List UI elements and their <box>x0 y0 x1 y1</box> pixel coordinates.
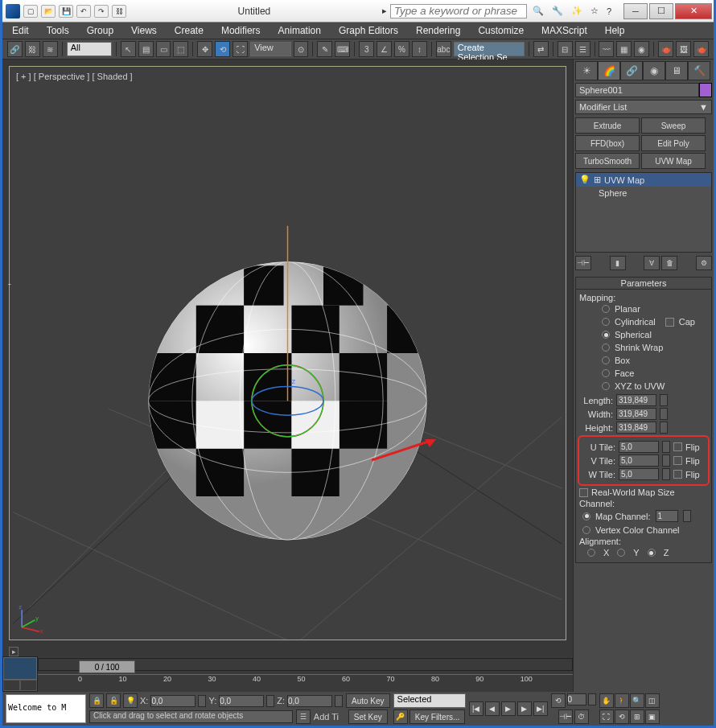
mod-btn-ffdbox[interactable]: FFD(box) <box>575 135 640 151</box>
link-icon[interactable]: ⛓ <box>112 5 126 18</box>
walk-icon[interactable]: 🚶 <box>615 693 629 708</box>
pivot-icon[interactable]: ⊙ <box>294 41 309 57</box>
mapping-xyztouvw[interactable]: XYZ to UVW <box>579 380 708 393</box>
height-input[interactable] <box>616 422 656 434</box>
viewport[interactable]: [ + ] [ Perspective ] [ Shaded ] <box>9 66 566 640</box>
length-spinner[interactable] <box>660 394 668 406</box>
vflip-checkbox[interactable] <box>673 456 682 465</box>
mapping-box[interactable]: Box <box>579 354 708 367</box>
mod-btn-uvwmap[interactable]: UVW Map <box>641 153 706 169</box>
key-target-select[interactable]: Selected <box>393 693 466 708</box>
save-file-icon[interactable]: 💾 <box>59 5 73 18</box>
move-icon[interactable]: ✥ <box>197 41 212 57</box>
timeline-ruler[interactable]: 0102030405060708090100 <box>38 674 573 687</box>
bind-tool-icon[interactable]: ≋ <box>43 41 58 57</box>
axis-y-radio[interactable] <box>617 549 625 557</box>
mirror-icon[interactable]: ⇄ <box>533 41 549 57</box>
uflip-checkbox[interactable] <box>673 442 682 451</box>
selection-filter[interactable]: All <box>67 42 112 56</box>
add-time-tag[interactable]: Add Ti <box>314 712 339 722</box>
pan-icon[interactable]: ✋ <box>599 693 614 708</box>
maximize-button[interactable]: ☐ <box>649 3 673 19</box>
vertex-color-radio[interactable]: Vertex Color Channel <box>579 524 708 537</box>
vtile-spinner[interactable] <box>662 454 670 467</box>
show-end-result-icon[interactable]: ▮ <box>610 256 626 270</box>
configure-sets-icon[interactable]: ⚙ <box>696 256 712 270</box>
rotate-icon[interactable]: ⟲ <box>215 41 230 57</box>
mod-btn-editpoly[interactable]: Edit Poly <box>641 135 706 151</box>
keyboard-icon[interactable]: ⌨ <box>335 41 350 57</box>
edit-named-sel-icon[interactable]: abc <box>436 41 451 57</box>
menu-rendering[interactable]: Rendering <box>416 25 460 36</box>
help-icon[interactable]: ? <box>607 6 611 16</box>
keyfilters-button[interactable]: Key Filters... <box>409 709 466 724</box>
map-channel-input[interactable] <box>656 510 678 522</box>
render-icon[interactable]: 🫖 <box>693 41 709 57</box>
autokey-button[interactable]: Auto Key <box>346 693 390 708</box>
lock-icon[interactable]: 🔒 <box>89 693 104 708</box>
unlink-tool-icon[interactable]: ⛓ <box>25 41 40 57</box>
remove-mod-icon[interactable]: 🗑 <box>661 256 677 270</box>
mapping-face[interactable]: Face <box>579 367 708 380</box>
menu-group[interactable]: Group <box>87 25 113 36</box>
wflip-checkbox[interactable] <box>673 470 682 479</box>
open-file-icon[interactable]: 📂 <box>41 5 56 18</box>
tab-display[interactable]: 🖥 <box>665 61 688 80</box>
utile-spinner[interactable] <box>662 441 670 453</box>
stack-sphere[interactable]: Sphere <box>576 187 711 199</box>
undo-icon[interactable]: ↶ <box>76 5 91 18</box>
snap-icon[interactable]: 3 <box>359 41 374 57</box>
orbit-icon[interactable]: ⟲ <box>615 709 629 724</box>
percent-snap-icon[interactable]: % <box>394 41 409 57</box>
vtile-input[interactable] <box>619 454 659 467</box>
angle-snap-icon[interactable]: ∠ <box>377 41 392 57</box>
next-frame-icon[interactable]: ▶ <box>517 701 532 716</box>
stack-uvwmap[interactable]: 💡⊞UVW Map <box>576 173 711 187</box>
modifier-stack[interactable]: 💡⊞UVW Map Sphere <box>575 172 712 253</box>
isolate-icon[interactable]: 💡 <box>123 693 138 708</box>
tab-create[interactable]: ☀ <box>575 61 598 80</box>
zoomext-icon[interactable]: ⛶ <box>599 709 614 724</box>
binoculars-icon[interactable]: 🔍 <box>533 6 544 16</box>
mod-btn-extrude[interactable]: Extrude <box>575 117 640 134</box>
script-icon[interactable]: ☰ <box>296 709 311 724</box>
object-color-swatch[interactable] <box>699 83 712 97</box>
time-slider-handle[interactable]: 0 / 100 <box>79 660 135 673</box>
wtile-spinner[interactable] <box>662 468 670 480</box>
track-toggle-icon[interactable] <box>3 680 20 691</box>
coord-z[interactable] <box>287 695 332 707</box>
wand-icon[interactable]: ✨ <box>571 6 582 16</box>
menu-animation[interactable]: Animation <box>278 25 321 36</box>
ref-coord-system[interactable]: View <box>250 42 290 56</box>
width-spinner[interactable] <box>660 408 668 420</box>
map-channel-radio[interactable]: Map Channel: <box>579 508 708 524</box>
play-icon[interactable]: ▶ <box>501 701 516 716</box>
menu-views[interactable]: Views <box>131 25 157 36</box>
mapping-spherical[interactable]: Spherical <box>579 328 708 341</box>
maxscript-listener[interactable]: Welcome to M <box>6 694 86 723</box>
parameters-rollout-header[interactable]: -Parameters <box>575 277 712 290</box>
coord-x[interactable] <box>150 695 195 707</box>
utile-input[interactable] <box>619 441 659 453</box>
search-input[interactable] <box>390 4 527 19</box>
schematic-icon[interactable]: ▦ <box>616 41 632 57</box>
goto-end-icon[interactable]: ▶| <box>533 701 548 716</box>
layers-icon[interactable]: ☰ <box>575 41 590 57</box>
fov-icon[interactable]: ◫ <box>645 693 660 708</box>
zoom-icon[interactable]: 🔍 <box>630 693 644 708</box>
curve-editor-icon[interactable]: 〰 <box>599 41 614 57</box>
region-icon[interactable]: ▣ <box>645 709 660 724</box>
current-frame[interactable] <box>567 693 586 705</box>
setkey-button[interactable]: Set Key <box>348 709 388 724</box>
menu-create[interactable]: Create <box>175 25 204 36</box>
keymode-icon[interactable]: 🔑 <box>393 709 408 724</box>
select-icon[interactable]: ↖ <box>121 41 136 57</box>
tab-modify[interactable]: 🌈 <box>598 61 620 80</box>
length-input[interactable] <box>616 394 656 406</box>
align-icon[interactable]: ⊟ <box>558 41 573 57</box>
goto-start-icon[interactable]: |◀ <box>469 701 484 716</box>
wtile-input[interactable] <box>619 468 659 480</box>
axis-z-radio[interactable] <box>648 549 656 557</box>
menu-customize[interactable]: Customize <box>478 25 524 36</box>
mod-btn-sweep[interactable]: Sweep <box>641 117 706 134</box>
